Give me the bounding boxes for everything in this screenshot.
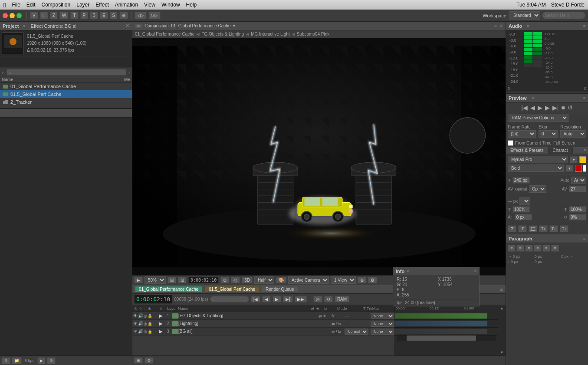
layer2-lock[interactable]: 🔒 <box>148 322 152 326</box>
tl-play[interactable]: ▶ <box>273 296 281 303</box>
layer3-parent[interactable]: ⇌ <box>332 329 335 334</box>
paragraph-menu[interactable]: ≡ <box>583 237 585 241</box>
prev-last[interactable]: ▶| <box>552 104 559 111</box>
menu-window[interactable]: Help <box>186 2 197 8</box>
comp-options-btn[interactable]: ⊕ <box>358 277 366 283</box>
project-item-1[interactable]: 01_Global Performance Cache <box>0 82 132 90</box>
preview-dropdown-select[interactable]: RAM Preview Options <box>508 114 568 122</box>
prev-stop[interactable]: ■ <box>561 104 565 111</box>
para-align-justify[interactable]: ≡ <box>534 245 542 252</box>
tl-solo[interactable]: ◎ <box>313 296 322 303</box>
para-align-right[interactable]: ≡ <box>525 245 533 252</box>
char-color-red[interactable] <box>575 165 582 172</box>
project-search-input[interactable] <box>7 69 126 76</box>
comp-panel-menu[interactable]: ≡ <box>494 23 497 28</box>
char-bold-btn[interactable]: T <box>508 225 516 232</box>
char-font-select[interactable]: Myriad Pro <box>508 156 568 163</box>
tool-rotate[interactable]: W <box>59 12 69 19</box>
tool-extra2[interactable]: ▷▷ <box>148 12 161 19</box>
prev-first[interactable]: |◀ <box>521 104 528 111</box>
comp-viewcount-select[interactable]: 1 View <box>331 276 356 284</box>
layer2-solo[interactable]: ◎ <box>144 322 147 326</box>
layer1-vis[interactable]: 👁 <box>133 313 138 318</box>
preview-menu[interactable]: ≡ <box>583 96 585 100</box>
timeline-tab-queue[interactable]: Render Queue <box>262 286 298 293</box>
layer2-vis[interactable]: 👁 <box>133 321 138 326</box>
layer3-key[interactable]: / fx <box>336 329 341 334</box>
layer1-expand[interactable]: ▶ <box>158 313 164 318</box>
layer2-mat-select[interactable]: None <box>371 321 394 327</box>
comp-grid-btn[interactable]: ⊞ <box>168 277 176 283</box>
comp-zoom-select[interactable]: 50% <box>145 276 166 284</box>
layer2-name[interactable]: [Lightning] <box>178 321 332 326</box>
tl-zoom-handle[interactable] <box>407 335 476 341</box>
layer1-solo[interactable]: ◎ <box>144 314 147 318</box>
tl-scroll-up[interactable]: ▲ <box>500 306 504 310</box>
tl-prev-frame[interactable]: |◀ <box>251 296 261 303</box>
layer1-parent[interactable]: ⇌ <box>319 314 322 318</box>
char-small-btn[interactable]: TT <box>539 225 548 232</box>
layer1-audio[interactable]: 🔊 <box>138 313 143 318</box>
tl-loop[interactable]: ↺ <box>324 296 333 303</box>
tl-zoom-area[interactable] <box>397 335 496 341</box>
tool-puppet[interactable]: ⊕ <box>119 12 128 19</box>
breadcrumb-4[interactable]: Subcomp04 Pink <box>297 32 330 36</box>
layer2-expand[interactable]: ▶ <box>158 321 164 326</box>
preview-res-select[interactable]: Auto <box>560 130 586 138</box>
tool-stamp[interactable]: S <box>110 12 118 19</box>
close-button[interactable] <box>3 13 8 18</box>
char-style-select[interactable]: Bold <box>508 164 564 172</box>
layer3-mode-select[interactable]: Normal <box>345 329 368 335</box>
breadcrumb-1[interactable]: 01_Global Performance Cache <box>135 32 194 36</box>
project-item-4[interactable]: 03_Variable width mask feather <box>0 106 132 108</box>
prev-fwd[interactable]: ▶ <box>545 104 550 111</box>
layer1-lock[interactable]: 🔒 <box>148 314 152 318</box>
tl-next-frame[interactable]: ▶▶ <box>295 296 307 303</box>
comp-safe-btn[interactable]: ⊡ <box>178 277 187 283</box>
char-size-input[interactable] <box>512 177 530 184</box>
layer2-key[interactable]: / fx <box>336 322 341 326</box>
tool-brush[interactable]: B <box>90 12 98 19</box>
char-vscale-input[interactable] <box>569 206 586 213</box>
timeline-tab-2[interactable]: 01.5_Global Perf Cache <box>205 286 259 293</box>
para-align-justify-c[interactable]: ≡ <box>551 245 559 252</box>
comp-ctrl-play[interactable]: ▶ <box>134 277 143 283</box>
timeline-search[interactable] <box>210 296 249 303</box>
comp-snap-btn[interactable]: ⊙ <box>220 277 229 283</box>
preview-skip-select[interactable]: 0 <box>539 130 558 138</box>
comp-panel-close[interactable]: ✕ <box>499 23 503 28</box>
char-italic-btn[interactable]: T <box>518 225 527 232</box>
info-menu[interactable]: ≡ <box>474 269 476 273</box>
tool-extra1[interactable]: ◁▷ <box>135 12 147 19</box>
para-align-center[interactable]: ≡ <box>516 245 524 252</box>
char-color-swatch-1[interactable] <box>579 156 586 163</box>
tool-pen[interactable]: P <box>80 12 89 19</box>
preview-fr-select[interactable]: (24) <box>508 130 536 138</box>
char-unit-select[interactable]: px <box>519 197 530 205</box>
comp-view-select[interactable]: Active Camera <box>288 276 329 284</box>
preview-x[interactable]: ✕ <box>531 96 535 100</box>
tool-select[interactable]: V <box>30 12 38 19</box>
layer1-key[interactable]: ★ <box>323 314 326 318</box>
comp-settings-btn[interactable]: ⚙ <box>368 277 377 283</box>
comp-3d-btn[interactable]: 3D <box>242 277 253 283</box>
tool-text[interactable]: T <box>70 12 78 19</box>
project-panel-close[interactable]: ✕ <box>125 23 129 29</box>
info-x[interactable]: ✕ <box>406 269 410 273</box>
comp-quality-select[interactable]: Half <box>254 276 274 284</box>
effects-panel-menu[interactable]: ≡ <box>582 147 588 154</box>
char-kern-input[interactable] <box>569 186 586 192</box>
layer3-audio[interactable]: 🔊 <box>138 329 143 334</box>
char-super-btn[interactable]: TT <box>549 225 558 232</box>
tool-eraser[interactable]: E <box>100 12 108 19</box>
project-menu-icon[interactable]: ≡ <box>23 24 25 28</box>
char-upper-btn[interactable]: TT <box>529 225 537 232</box>
menu-layer[interactable]: Effect <box>95 2 108 8</box>
maximize-button[interactable] <box>16 13 22 18</box>
menu-effect[interactable]: Animation <box>115 2 138 8</box>
project-item-2[interactable]: 01.5_Global Perf Cache <box>0 90 132 98</box>
search-input[interactable] <box>542 12 585 19</box>
menu-file[interactable]: Edit <box>26 2 36 8</box>
layer3-mat-select[interactable]: None <box>371 329 394 335</box>
para-align-left[interactable]: ≡ <box>508 245 516 252</box>
